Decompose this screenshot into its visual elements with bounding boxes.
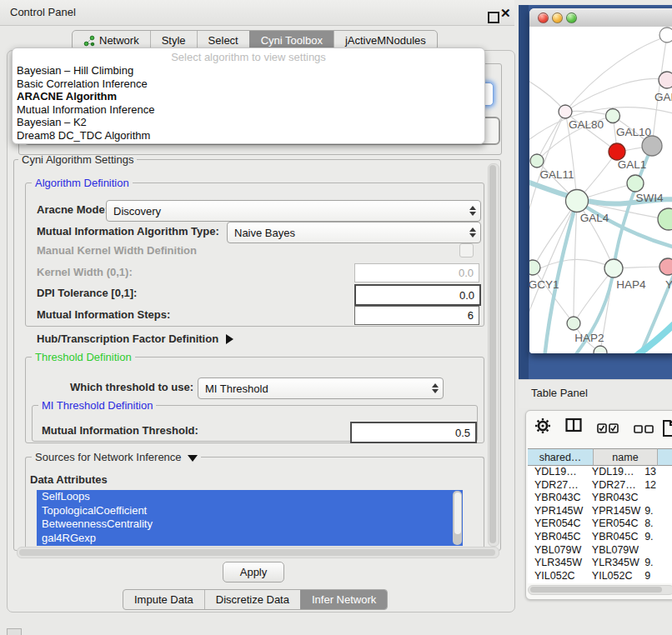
node-GAL11[interactable] — [530, 154, 544, 168]
network-canvas[interactable]: GAL80GAL10GAL1GAL11SWI4GAL4GCY1HAP4HAP2G… — [529, 27, 672, 353]
node-red[interactable] — [609, 143, 625, 160]
tab-impute-data[interactable]: Impute Data — [123, 590, 204, 609]
table-cell: 9. — [641, 557, 672, 570]
node-HAP2[interactable] — [567, 317, 580, 330]
sources-expander[interactable]: Sources for Network Inference — [32, 451, 201, 463]
tab-infer-network[interactable]: Infer Network — [300, 590, 387, 609]
attribute-item-selfloops[interactable]: SelfLoops — [37, 490, 463, 504]
network-edge — [529, 78, 565, 112]
algorithm-option-bayesian-k2[interactable]: Bayesian – K2 — [13, 116, 484, 129]
table-cell: YDL19… — [528, 466, 585, 479]
mi-type-combo[interactable]: Naive Bayes — [227, 222, 481, 243]
table-row[interactable]: YBR043CYBR043C — [528, 492, 672, 505]
table-cell: YDR27… — [585, 479, 641, 492]
table-cell: YLR345W — [528, 557, 585, 570]
table-cell: YDL19… — [585, 466, 641, 479]
algorithm-option-mutual-information-inference[interactable]: Mutual Information Inference — [13, 103, 484, 117]
table-row[interactable]: YBR045CYBR045C9. — [528, 531, 672, 544]
tab-network-label: Network — [99, 34, 139, 47]
table-cell: YBR043C — [585, 492, 641, 505]
table-cell: 13 — [641, 466, 672, 479]
algorithm-dropdown-popup: Select algorithm to view settings Bayesi… — [12, 48, 485, 144]
table-cell: YBR045C — [585, 531, 641, 544]
table-row[interactable]: YLR345WYLR345W9. — [528, 557, 672, 570]
node[interactable] — [659, 72, 672, 88]
node-pink[interactable] — [659, 258, 672, 275]
tab-cyni-toolbox-label: Cyni Toolbox — [261, 34, 323, 47]
network-window-titlebar[interactable] — [529, 8, 672, 28]
node[interactable] — [659, 28, 672, 42]
table-row[interactable]: YER054CYER054C8. — [528, 518, 672, 531]
aracne-mode-label: Aracne Mode: — [37, 200, 108, 220]
node-GAL4[interactable] — [566, 190, 589, 212]
kernel-width-field[interactable]: 0.0 — [354, 263, 479, 282]
attributes-vscrollbar[interactable] — [453, 491, 462, 545]
table-cell: YBR043C — [528, 492, 585, 505]
algorithm-option-bayesian-hill-climbing[interactable]: Bayesian – Hill Climbing — [13, 64, 484, 78]
attribute-item-topologicalcoefficient[interactable]: TopologicalCoefficient — [37, 504, 463, 518]
settings-vscrollbar[interactable] — [488, 163, 499, 547]
tab-discretize-data-label: Discretize Data — [216, 593, 289, 606]
close-traffic-light-icon[interactable] — [538, 12, 549, 23]
algorithm-option-dream8-dc-tdc-algorithm[interactable]: Dream8 DC_TDC Algorithm — [13, 129, 484, 142]
node-SWI4[interactable] — [627, 175, 644, 192]
mi-steps-field[interactable]: 6 — [354, 306, 479, 325]
spinner-icon[interactable] — [465, 222, 480, 242]
node-label-gal11: GAL11 — [539, 168, 574, 181]
spinner-icon[interactable] — [465, 201, 480, 221]
split-panel-icon[interactable] — [565, 418, 582, 433]
attribute-item-betweennesscentrality[interactable]: BetweennessCentrality — [37, 518, 463, 532]
table-row[interactable]: YBL079WYBL079W — [528, 544, 672, 558]
aracne-mode-combo[interactable]: Discovery — [106, 200, 481, 222]
table-row[interactable]: YIL052CYIL052C9 — [528, 570, 672, 583]
network-edge — [577, 201, 672, 252]
attribute-item-gal4rgexp[interactable]: gal4RGexp — [37, 532, 463, 546]
node-GAL80[interactable] — [559, 105, 572, 118]
data-attributes-label: Data Attributes — [30, 473, 108, 486]
node[interactable] — [594, 346, 607, 353]
document-icon[interactable] — [662, 419, 672, 438]
algorithm-option-basic-correlation-inference[interactable]: Basic Correlation Inference — [13, 78, 484, 91]
hub-definition-expander[interactable]: Hub/Transcription Factor Definition — [37, 332, 233, 345]
gear-icon[interactable] — [534, 418, 551, 434]
table-hscrollbar[interactable] — [528, 585, 672, 595]
node-label-hap2: HAP2 — [574, 332, 604, 344]
tab-style-label: Style — [162, 34, 186, 47]
maximize-icon[interactable] — [488, 12, 499, 23]
settings-hscrollbar[interactable] — [17, 547, 499, 558]
node-gray[interactable] — [642, 136, 662, 156]
close-icon[interactable]: ✕ — [500, 6, 511, 21]
deselect-all-icon[interactable] — [634, 425, 654, 433]
zoom-traffic-light-icon[interactable] — [566, 12, 577, 23]
mi-threshold-field[interactable]: 0.5 — [350, 422, 477, 443]
node-GCY1[interactable] — [529, 260, 540, 275]
node-HAP4[interactable] — [604, 259, 623, 278]
node[interactable] — [658, 208, 672, 230]
table-cell: YBR045C — [528, 531, 585, 544]
table-row[interactable]: YPR145WYPR145W9. — [528, 505, 672, 518]
tab-jactivemnodules-label: jActiveMNodules — [345, 34, 426, 47]
network-desktop-edge — [519, 5, 529, 379]
algorithm-option-aracne-algorithm[interactable]: ARACNE Algorithm — [13, 90, 484, 103]
minimize-traffic-light-icon[interactable] — [552, 12, 563, 23]
collapse-down-icon — [188, 455, 198, 462]
which-threshold-combo[interactable]: MI Threshold — [198, 378, 444, 399]
column-header-shared[interactable]: shared… — [528, 448, 594, 466]
which-threshold-value: MI Threshold — [198, 382, 428, 395]
select-all-icon[interactable] — [597, 423, 619, 434]
control-panel-titlebar[interactable] — [0, 0, 514, 26]
table-row[interactable]: YDR27…YDR27…12 — [528, 479, 672, 492]
manual-kernel-checkbox[interactable] — [459, 243, 474, 258]
column-header-name[interactable]: name — [594, 448, 658, 466]
tab-discretize-data[interactable]: Discretize Data — [204, 590, 300, 609]
spinner-icon[interactable] — [428, 378, 443, 398]
dpi-tolerance-field[interactable]: 0.0 — [354, 284, 481, 306]
tab-select-label: Select — [208, 34, 238, 47]
apply-button[interactable]: Apply — [223, 562, 284, 582]
node-GAL10[interactable] — [606, 109, 620, 123]
column-header-a[interactable]: A — [658, 448, 672, 466]
table-body: YDL19…YDL19…13YDR27…YDR27…12YBR043CYBR04… — [528, 466, 672, 583]
network-edge — [638, 237, 672, 353]
table-cell: YPR145W — [585, 505, 641, 518]
table-row[interactable]: YDL19…YDL19…13 — [528, 466, 672, 479]
